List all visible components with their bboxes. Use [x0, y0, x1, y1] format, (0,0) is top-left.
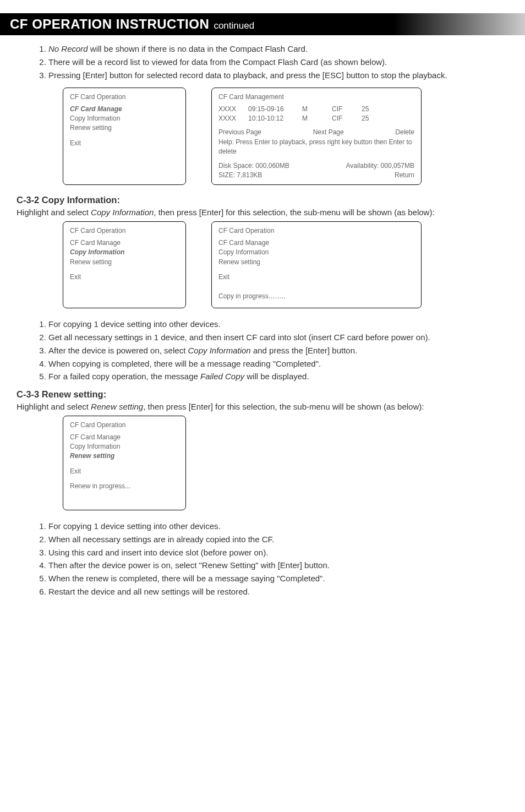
c32-instruction-list: For copying 1 device setting into other …	[36, 318, 508, 383]
list-item: Restart the device and all new settings …	[48, 586, 508, 598]
renew-setting-term: Renew setting	[91, 402, 143, 411]
section-paragraph: Highlight and select Copy Information, t…	[17, 206, 508, 218]
list-item: For copying 1 device setting into other …	[48, 318, 508, 330]
table-row: XXXX 09:15-09-16 M CIF 25	[218, 105, 414, 114]
size-row: SIZE: 7,813KB Return	[218, 171, 414, 180]
disk-row: Disk Space: 000,060MB Availability: 000,…	[218, 161, 414, 171]
list-item: For copying 1 device setting into other …	[48, 520, 508, 532]
menu-item-exit: Exit	[70, 139, 179, 148]
paragraph-text: , then press [Enter] for this selection,…	[154, 208, 434, 217]
paragraph-text: , then press [Enter] for this selection,…	[143, 402, 424, 411]
menu-item-copy-information: Copy Information	[70, 248, 179, 257]
paging-row: Previous Page Next Page Delete	[218, 128, 414, 137]
cell: XXXX	[218, 114, 240, 123]
list-item: Then after the device power is on, selec…	[48, 559, 508, 571]
menu-item-cf-card-manage: CF Card Manage	[218, 238, 414, 248]
section-header: CF OPERATION INSTRUCTION continued	[0, 13, 525, 35]
list-item-text: and press the [Enter] button.	[251, 346, 357, 355]
size-label: SIZE: 7,813KB	[218, 171, 262, 180]
failed-copy-term: Failed Copy	[200, 372, 244, 381]
top-instruction-list: No Record will be shown if there is no d…	[36, 43, 508, 81]
list-item-text: After the device is powered on, select	[48, 346, 188, 355]
header-title: CF OPERATION INSTRUCTION	[10, 17, 209, 31]
list-item: Get all necessary settings in 1 device, …	[48, 331, 508, 344]
paragraph-text: Highlight and select	[17, 402, 91, 411]
cf-card-operation-renew-box: CF Card Operation CF Card Manage Copy In…	[63, 416, 186, 510]
list-item: No Record will be shown if there is no d…	[48, 43, 508, 55]
menu-item-renew-setting: Renew setting	[218, 258, 414, 267]
box-title: CF Card Operation	[70, 92, 179, 102]
menu-item-copy-information: Copy Information	[70, 442, 179, 451]
delete-label: Delete	[395, 128, 414, 137]
disk-space-label: Disk Space: 000,060MB	[218, 161, 289, 171]
next-page-label: Next Page	[313, 128, 344, 137]
section-heading-c32: C-3-2 Copy Information:	[17, 195, 508, 205]
cell: 25	[362, 105, 384, 114]
cf-card-operation-box: CF Card Operation CF Card Manage Copy In…	[63, 221, 186, 308]
menu-item-exit: Exit	[70, 467, 179, 476]
list-item-text: will be shown if there is no data in the…	[88, 44, 308, 53]
menu-item-copy-information: Copy Information	[218, 248, 414, 257]
paragraph-text: Highlight and select	[17, 208, 91, 217]
list-item: When all necessary settings are in alrea…	[48, 533, 508, 546]
header-subtitle: continued	[214, 20, 254, 31]
cell: CIF	[332, 114, 354, 123]
list-item: Pressing [Enter] button for selected rec…	[48, 69, 508, 81]
box-row-2: CF Card Operation CF Card Manage Copy In…	[63, 221, 508, 308]
menu-item-cf-card-manage: CF Card Manage	[70, 105, 179, 114]
list-item: After the device is powered on, select C…	[48, 345, 508, 357]
list-item-text: For a failed copy operation, the message	[48, 372, 200, 381]
list-item: For a failed copy operation, the message…	[48, 370, 508, 383]
section-heading-c33: C-3-3 Renew setting:	[17, 389, 508, 400]
box-title: CF Card Operation	[218, 226, 414, 236]
section-paragraph: Highlight and select Renew setting, then…	[17, 401, 508, 412]
cell: 25	[362, 114, 384, 123]
box-title: CF Card Management	[218, 92, 414, 102]
previous-page-label: Previous Page	[218, 128, 261, 137]
box-row-1: CF Card Operation CF Card Manage Copy In…	[63, 88, 508, 185]
help-text: Help: Press Enter to playback, press rig…	[218, 138, 414, 157]
cell: CIF	[332, 105, 354, 114]
menu-item-renew-setting: Renew setting	[70, 451, 179, 461]
cf-card-management-box: CF Card Management XXXX 09:15-09-16 M CI…	[211, 88, 422, 185]
menu-item-renew-setting: Renew setting	[70, 258, 179, 267]
cell: 09:15-09-16	[248, 105, 294, 114]
table-row: XXXX 10:10-10:12 M CIF 25	[218, 114, 414, 123]
cf-card-operation-box: CF Card Operation CF Card Manage Copy In…	[63, 88, 186, 185]
cf-card-operation-progress-box: CF Card Operation CF Card Manage Copy In…	[211, 221, 422, 308]
menu-item-cf-card-manage: CF Card Manage	[70, 433, 179, 442]
list-item: There will be a record list to viewed fo…	[48, 56, 508, 68]
list-item-text: will be displayed.	[244, 372, 309, 381]
menu-item-copy-information: Copy Information	[70, 114, 179, 123]
box-title: CF Card Operation	[70, 226, 179, 236]
box-title: CF Card Operation	[70, 421, 179, 430]
record-table: XXXX 09:15-09-16 M CIF 25 XXXX 10:10-10:…	[218, 105, 414, 124]
copy-progress-text: Copy in progress……..	[218, 292, 414, 301]
copy-information-term: Copy Information	[91, 208, 154, 217]
no-record-term: No Record	[48, 44, 88, 53]
page-content: No Record will be shown if there is no d…	[0, 35, 525, 598]
cell: M	[302, 114, 324, 123]
cell: M	[302, 105, 324, 114]
list-item: Using this card and insert into device s…	[48, 547, 508, 559]
return-label: Return	[395, 171, 414, 180]
list-item: When copying is completed, there will be…	[48, 358, 508, 370]
copy-information-term: Copy Information	[188, 346, 250, 355]
menu-item-exit: Exit	[218, 273, 414, 282]
renew-progress-text: Renew in progress...	[70, 482, 179, 491]
list-item: When the renew is completed, there will …	[48, 573, 508, 585]
cell: 10:10-10:12	[248, 114, 294, 123]
menu-item-cf-card-manage: CF Card Manage	[70, 238, 179, 248]
availability-label: Availability: 000,057MB	[346, 161, 414, 171]
c33-instruction-list: For copying 1 device setting into other …	[36, 520, 508, 598]
cell: XXXX	[218, 105, 240, 114]
menu-item-exit: Exit	[70, 273, 179, 282]
box-row-3: CF Card Operation CF Card Manage Copy In…	[63, 416, 508, 510]
menu-item-renew-setting: Renew setting	[70, 123, 179, 133]
